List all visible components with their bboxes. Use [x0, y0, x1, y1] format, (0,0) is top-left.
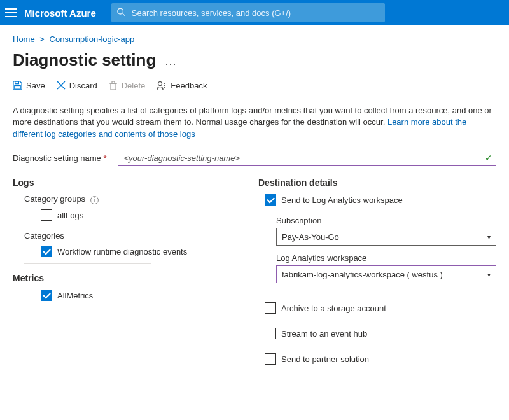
validation-check-icon: ✓	[485, 153, 492, 163]
svg-point-3	[118, 8, 123, 14]
partner-checkbox[interactable]	[265, 353, 276, 365]
breadcrumb: Home > Consumption-logic-app	[13, 34, 496, 44]
workflow-events-checkbox[interactable]	[41, 246, 52, 257]
subscription-label: Subscription	[276, 216, 496, 225]
save-button[interactable]: Save	[13, 81, 45, 90]
search-icon	[116, 8, 125, 18]
allmetrics-label[interactable]: AllMetrics	[57, 291, 93, 300]
metrics-heading: Metrics	[13, 273, 242, 283]
svg-line-4	[122, 13, 125, 16]
stream-checkbox[interactable]	[265, 328, 276, 339]
category-groups-label: Category groups i	[24, 194, 242, 204]
feedback-icon	[157, 81, 167, 90]
subscription-select[interactable]: Pay-As-You-Go ▾	[276, 228, 496, 246]
setting-name-label: Diagnostic setting name *	[13, 153, 106, 163]
stream-label[interactable]: Stream to an event hub	[281, 329, 367, 339]
svg-point-14	[164, 85, 165, 86]
subscription-value: Pay-As-You-Go	[282, 232, 339, 242]
delete-button: Delete	[109, 81, 146, 90]
chevron-right-icon: >	[39, 34, 45, 44]
svg-rect-0	[5, 8, 17, 10]
save-label: Save	[26, 81, 45, 90]
svg-rect-9	[111, 83, 116, 90]
send-law-checkbox[interactable]	[265, 194, 276, 206]
azure-topbar: Microsoft Azure	[0, 0, 509, 25]
svg-point-15	[164, 87, 165, 88]
alllogs-checkbox[interactable]	[41, 209, 52, 221]
command-bar: Save Discard Delete Feedback	[13, 71, 496, 97]
alllogs-label[interactable]: allLogs	[57, 211, 83, 220]
save-icon	[13, 81, 22, 90]
global-search[interactable]	[111, 3, 385, 22]
chevron-down-icon: ▾	[487, 271, 491, 278]
divider	[24, 263, 151, 264]
logs-heading: Logs	[13, 178, 242, 188]
discard-button[interactable]: Discard	[57, 81, 97, 90]
discard-icon	[57, 81, 66, 90]
more-actions-icon[interactable]: ⋯	[165, 57, 176, 70]
destination-heading: Destination details	[258, 178, 496, 188]
svg-rect-5	[15, 81, 19, 84]
svg-rect-1	[5, 12, 17, 13]
search-input[interactable]	[111, 3, 385, 22]
law-label: Log Analytics workspace	[276, 253, 496, 263]
workflow-events-label[interactable]: Workflow runtime diagnostic events	[57, 247, 187, 256]
brand-text: Microsoft Azure	[24, 8, 96, 18]
hamburger-icon[interactable]	[5, 8, 17, 17]
archive-label[interactable]: Archive to a storage account	[281, 304, 386, 313]
partner-label[interactable]: Send to partner solution	[281, 354, 369, 364]
svg-rect-2	[5, 16, 17, 17]
categories-label: Categories	[24, 231, 242, 241]
intro-text: A diagnostic setting specifies a list of…	[13, 105, 496, 141]
delete-icon	[109, 81, 118, 90]
info-icon[interactable]: i	[90, 196, 99, 204]
law-select[interactable]: fabrikam-log-analytics-workspace ( westu…	[276, 265, 496, 283]
setting-name-row: Diagnostic setting name * ✓	[13, 150, 496, 166]
chevron-down-icon: ▾	[487, 234, 491, 241]
discard-label: Discard	[69, 81, 97, 90]
delete-label: Delete	[122, 81, 146, 90]
law-value: fabrikam-log-analytics-workspace ( westu…	[282, 270, 443, 279]
breadcrumb-resource[interactable]: Consumption-logic-app	[50, 34, 135, 44]
send-law-label[interactable]: Send to Log Analytics workspace	[281, 195, 403, 205]
breadcrumb-home[interactable]: Home	[13, 34, 35, 44]
svg-rect-11	[112, 81, 115, 83]
archive-checkbox[interactable]	[265, 302, 276, 314]
svg-point-12	[158, 81, 162, 85]
setting-name-input[interactable]	[118, 150, 496, 166]
feedback-button[interactable]: Feedback	[157, 81, 207, 90]
allmetrics-checkbox[interactable]	[41, 290, 52, 301]
page-title: Diagnostic setting	[13, 50, 156, 70]
svg-point-13	[164, 83, 165, 84]
feedback-label: Feedback	[171, 81, 207, 90]
svg-rect-6	[15, 85, 20, 89]
